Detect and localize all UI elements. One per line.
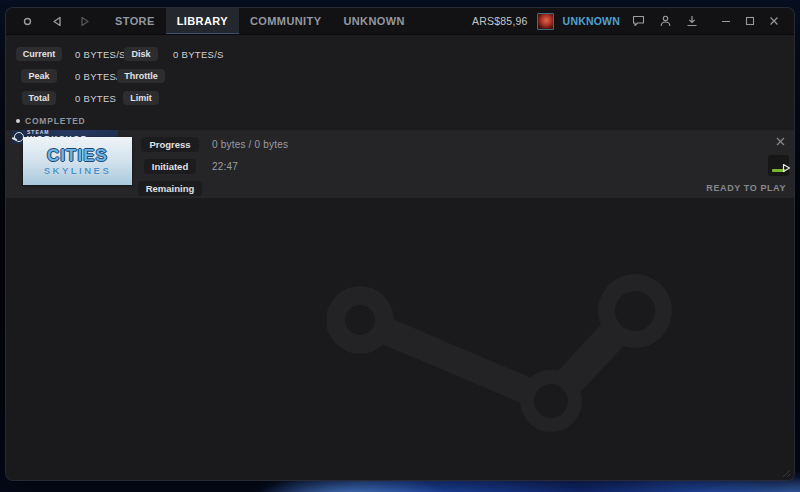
game-thumbnail[interactable]: STEAM WORKSHOP CITIES SKYLINES bbox=[11, 130, 141, 192]
card-close-icon[interactable] bbox=[773, 134, 787, 148]
maximize-icon[interactable] bbox=[740, 12, 760, 30]
minimize-icon[interactable] bbox=[716, 12, 736, 30]
downloads-stats-panel: Current 0 BYTES/S Disk 0 BYTES/S Peak 0 … bbox=[6, 35, 794, 130]
stat-disk-value: 0 BYTES/S bbox=[165, 49, 794, 60]
forward-icon[interactable] bbox=[76, 12, 94, 30]
main-nav: STORE LIBRARY COMMUNITY UNKNOWN bbox=[104, 8, 416, 34]
chat-icon[interactable] bbox=[629, 12, 647, 30]
stat-throttle-button[interactable]: Throttle bbox=[117, 69, 165, 83]
avatar[interactable] bbox=[537, 13, 554, 30]
stat-total-button[interactable]: Total bbox=[22, 91, 57, 105]
nav-library[interactable]: LIBRARY bbox=[166, 8, 239, 34]
back-icon[interactable] bbox=[48, 12, 66, 30]
completed-section-header: COMPLETED bbox=[6, 114, 794, 130]
close-icon[interactable] bbox=[764, 12, 784, 30]
steam-watermark-logo bbox=[327, 269, 677, 439]
titlebar: STORE LIBRARY COMMUNITY UNKNOWN ARS$85,9… bbox=[6, 8, 794, 35]
remaining-button[interactable]: Remaining bbox=[138, 181, 203, 196]
stat-disk-button[interactable]: Disk bbox=[124, 47, 157, 61]
window-controls bbox=[716, 12, 784, 30]
stat-current-value: 0 BYTES/S bbox=[67, 49, 117, 60]
username[interactable]: UNKNOWN bbox=[563, 15, 620, 27]
downloads-icon[interactable] bbox=[683, 12, 701, 30]
downloads-empty-area bbox=[6, 198, 794, 480]
steam-window: STORE LIBRARY COMMUNITY UNKNOWN ARS$85,9… bbox=[5, 7, 795, 481]
ready-status-label: READY TO PLAY bbox=[706, 183, 786, 193]
progress-button[interactable]: Progress bbox=[141, 137, 198, 152]
game-title-line2: SKYLINES bbox=[44, 166, 112, 176]
cities-skylines-logo: CITIES SKYLINES bbox=[23, 137, 132, 185]
game-title-line1: CITIES bbox=[47, 147, 108, 164]
initiated-value: 22:47 bbox=[202, 161, 288, 172]
play-button[interactable] bbox=[768, 155, 789, 176]
play-icon bbox=[776, 159, 782, 167]
completed-label: COMPLETED bbox=[25, 116, 86, 126]
download-fields: Progress 0 bytes / 0 bytes Initiated 22:… bbox=[138, 137, 288, 196]
titlebar-right: ARS$85,96 UNKNOWN bbox=[472, 12, 784, 30]
nav-profile[interactable]: UNKNOWN bbox=[332, 8, 415, 34]
stat-total-value: 0 BYTES bbox=[67, 93, 117, 104]
initiated-button[interactable]: Initiated bbox=[144, 159, 196, 174]
progress-value: 0 bytes / 0 bytes bbox=[202, 139, 288, 150]
stat-peak-button[interactable]: Peak bbox=[21, 69, 56, 83]
stat-current-button[interactable]: Current bbox=[16, 47, 63, 61]
nav-community[interactable]: COMMUNITY bbox=[239, 8, 332, 34]
stat-limit-button[interactable]: Limit bbox=[123, 91, 159, 105]
stat-peak-value: 0 BYTES/S bbox=[67, 71, 117, 82]
steam-menu-icon[interactable] bbox=[18, 12, 36, 30]
resize-grip[interactable] bbox=[781, 468, 791, 478]
stats-grid: Current 0 BYTES/S Disk 0 BYTES/S Peak 0 … bbox=[6, 35, 794, 114]
completed-bullet-icon bbox=[16, 119, 20, 123]
nav-store[interactable]: STORE bbox=[104, 8, 166, 34]
download-card: STEAM WORKSHOP CITIES SKYLINES Progress … bbox=[6, 130, 794, 198]
wallet-balance[interactable]: ARS$85,96 bbox=[472, 15, 528, 27]
profile-icon[interactable] bbox=[656, 12, 674, 30]
